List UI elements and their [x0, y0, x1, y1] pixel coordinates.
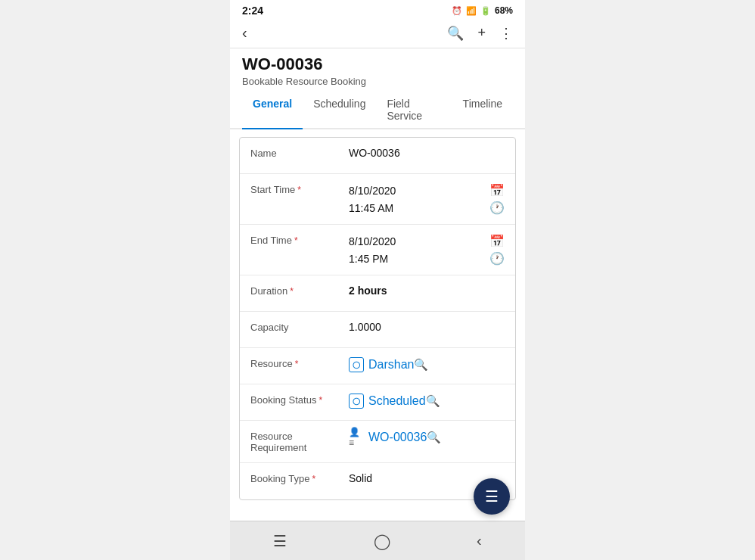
search-resource-icon[interactable]: 🔍 [414, 358, 428, 372]
clock-icon-end[interactable]: 🕐 [489, 251, 505, 266]
alarm-icon: ⏰ [452, 6, 462, 16]
required-star-booking-type: * [312, 474, 316, 484]
bottom-nav-back-icon[interactable]: ‹ [477, 532, 482, 549]
content-area: Name WO-00036 Start Time* 8/10/2020 📅 11… [230, 129, 525, 521]
field-capacity: Capacity 1.0000 [240, 312, 515, 348]
battery-level: 68% [495, 5, 513, 16]
required-star-start: * [297, 185, 301, 195]
search-booking-status-icon[interactable]: 🔍 [426, 394, 440, 408]
required-star-end: * [294, 235, 298, 246]
field-start-time: Start Time* 8/10/2020 📅 11:45 AM 🕐 [240, 174, 515, 225]
booking-status-inner: ◯ Scheduled [349, 394, 426, 409]
fab-menu-icon: ☰ [485, 487, 499, 506]
value-resource-requirement[interactable]: WO-00036 [368, 431, 427, 444]
fab-button[interactable]: ☰ [474, 478, 510, 515]
field-booking-status: Booking Status* ◯ Scheduled 🔍 [240, 384, 515, 421]
tabs: General Scheduling Field Service Timelin… [230, 92, 525, 129]
label-resource: Resource* [250, 357, 349, 369]
page-title: WO-00036 [242, 54, 513, 74]
label-name: Name [250, 147, 349, 159]
page-subtitle: Bookable Resource Booking [242, 76, 513, 87]
resource-req-inner: 👤≡ WO-00036 [349, 430, 427, 445]
tab-general[interactable]: General [242, 92, 303, 128]
value-resource-req-wrapper: 👤≡ WO-00036 🔍 [349, 430, 441, 445]
start-time-row: 11:45 AM 🕐 [349, 201, 505, 215]
start-time: 11:45 AM [349, 202, 393, 214]
field-name: Name WO-00036 [240, 138, 515, 174]
page-header: WO-00036 Bookable Resource Booking [230, 48, 525, 87]
field-resource-requirement: Resource Requirement 👤≡ WO-00036 🔍 [240, 421, 515, 463]
datetime-end: 8/10/2020 📅 1:45 PM 🕐 [349, 234, 505, 266]
add-icon[interactable]: + [477, 25, 486, 41]
booking-status-entity-icon: ◯ [349, 394, 364, 409]
tab-timeline[interactable]: Timeline [452, 92, 513, 128]
field-end-time: End Time* 8/10/2020 📅 1:45 PM 🕐 [240, 225, 515, 275]
value-name: WO-00036 [349, 147, 505, 159]
end-date: 8/10/2020 [349, 235, 396, 247]
required-star-booking: * [318, 395, 322, 406]
end-time-row: 1:45 PM 🕐 [349, 251, 505, 266]
required-star-duration: * [290, 286, 294, 297]
battery-icon: 🔋 [480, 6, 491, 16]
top-nav: ‹ 🔍 + ⋮ [230, 20, 525, 48]
calendar-icon-start[interactable]: 📅 [489, 183, 505, 198]
value-resource-wrapper: ◯ Darshan 🔍 [349, 357, 428, 372]
bottom-nav-home-icon[interactable]: ◯ [374, 532, 390, 550]
start-date-row: 8/10/2020 📅 [349, 183, 505, 198]
datetime-start: 8/10/2020 📅 11:45 AM 🕐 [349, 183, 505, 215]
label-booking-status: Booking Status* [250, 394, 349, 406]
status-bar: 2:24 ⏰ 📶 🔋 68% [230, 0, 525, 20]
tab-field-service[interactable]: Field Service [376, 92, 452, 128]
value-duration: 2 hours [349, 285, 505, 297]
label-start-time: Start Time* [250, 183, 349, 195]
status-icons: ⏰ 📶 🔋 68% [452, 5, 513, 16]
label-resource-requirement: Resource Requirement [250, 430, 349, 453]
end-date-row: 8/10/2020 📅 [349, 234, 505, 248]
required-star-resource: * [295, 359, 299, 369]
nav-actions: 🔍 + ⋮ [447, 25, 513, 42]
value-booking-status-wrapper: ◯ Scheduled 🔍 [349, 394, 440, 409]
label-end-time: End Time* [250, 234, 349, 246]
calendar-icon-end[interactable]: 📅 [489, 234, 505, 248]
tab-scheduling[interactable]: Scheduling [303, 92, 376, 128]
status-time: 2:24 [242, 5, 263, 17]
value-capacity: 1.0000 [349, 321, 505, 333]
start-date: 8/10/2020 [349, 185, 396, 197]
bottom-nav: ☰ ◯ ‹ [230, 521, 525, 560]
end-time: 1:45 PM [349, 253, 388, 265]
value-booking-status[interactable]: Scheduled [368, 394, 426, 408]
label-capacity: Capacity [250, 321, 349, 333]
search-icon[interactable]: 🔍 [447, 25, 464, 42]
resource-req-icon: 👤≡ [349, 430, 364, 445]
phone-frame: 2:24 ⏰ 📶 🔋 68% ‹ 🔍 + ⋮ WO-00036 Bookable… [230, 0, 525, 560]
wifi-icon: 📶 [466, 6, 477, 16]
more-icon[interactable]: ⋮ [499, 25, 513, 42]
value-resource[interactable]: Darshan [368, 358, 414, 372]
bottom-nav-menu-icon[interactable]: ☰ [273, 532, 287, 550]
clock-icon-start[interactable]: 🕐 [489, 201, 505, 215]
search-resource-req-icon[interactable]: 🔍 [427, 431, 441, 444]
back-button[interactable]: ‹ [242, 24, 247, 42]
field-duration: Duration* 2 hours [240, 275, 515, 312]
label-booking-type: Booking Type* [250, 472, 349, 484]
resource-entity-icon: ◯ [349, 357, 364, 372]
label-duration: Duration* [250, 285, 349, 297]
resource-inner: ◯ Darshan [349, 357, 414, 372]
form-card: Name WO-00036 Start Time* 8/10/2020 📅 11… [239, 137, 516, 500]
field-resource: Resource* ◯ Darshan 🔍 [240, 348, 515, 384]
